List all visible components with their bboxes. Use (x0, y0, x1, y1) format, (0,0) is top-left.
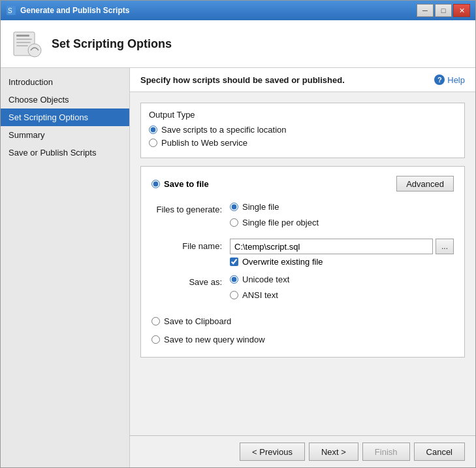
save-panel-header: Save to file Advanced (151, 176, 454, 192)
output-type-label: Output Type (149, 110, 456, 120)
title-bar-buttons: ─ □ ✕ (417, 4, 470, 17)
single-file-per-object-option: Single file per object (230, 218, 454, 227)
sidebar: Introduction Choose Objects Set Scriptin… (1, 68, 130, 467)
wizard-icon (11, 28, 42, 59)
cancel-button[interactable]: Cancel (414, 443, 465, 461)
svg-rect-5 (16, 42, 31, 43)
save-to-file-label[interactable]: Save to file (164, 179, 209, 189)
file-name-label: File name: (151, 239, 230, 251)
save-panel: Save to file Advanced Files to generate:… (140, 166, 465, 358)
file-input-row: ... (230, 239, 454, 254)
finish-button[interactable]: Finish (362, 443, 410, 461)
svg-rect-6 (16, 45, 28, 46)
next-button[interactable]: Next > (309, 443, 358, 461)
svg-text:S: S (8, 7, 12, 14)
advanced-button[interactable]: Advanced (396, 176, 454, 192)
output-type-option-2: Publish to Web service (149, 138, 456, 148)
main-panel: Specify how scripts should be saved or p… (130, 68, 475, 467)
output-type-label-1[interactable]: Save scripts to a specific location (161, 125, 286, 135)
single-file-option: Single file (230, 202, 454, 212)
save-to-query-window-label[interactable]: Save to new query window (164, 335, 265, 344)
file-name-input[interactable] (230, 239, 433, 254)
save-to-clipboard-option: Save to Clipboard (151, 316, 454, 326)
output-type-radio-2[interactable] (149, 139, 157, 147)
unicode-text-label[interactable]: Unicode text (242, 275, 289, 284)
save-to-file-radio-row: Save to file (151, 179, 209, 189)
output-type-section: Output Type Save scripts to a specific l… (140, 103, 465, 158)
svg-rect-4 (16, 39, 32, 40)
files-to-generate-controls: Single file Single file per object (230, 202, 454, 231)
overwrite-checkbox[interactable] (230, 258, 238, 266)
output-type-option-1: Save scripts to a specific location (149, 125, 456, 135)
save-to-query-window-radio[interactable] (151, 335, 160, 344)
save-to-query-window-option: Save to new query window (151, 335, 454, 344)
instruction-text: Specify how scripts should be saved or p… (140, 75, 345, 85)
sidebar-item-introduction[interactable]: Introduction (1, 73, 129, 91)
help-label: Help (447, 75, 465, 85)
main-header: Specify how scripts should be saved or p… (130, 68, 475, 92)
scroll-area: Output Type Save scripts to a specific l… (130, 92, 475, 435)
file-name-controls: ... Overwrite existing file (230, 239, 454, 267)
files-to-generate-label: Files to generate: (151, 202, 230, 214)
ansi-text-option: ANSI text (230, 290, 454, 300)
title-bar-text: Generate and Publish Scripts (20, 6, 413, 15)
page-title: Set Scripting Options (52, 37, 172, 51)
sidebar-item-summary[interactable]: Summary (1, 126, 129, 144)
single-file-per-object-label[interactable]: Single file per object (242, 218, 319, 227)
content-area: Introduction Choose Objects Set Scriptin… (1, 68, 475, 467)
sidebar-item-save-publish[interactable]: Save or Publish Scripts (1, 144, 129, 161)
files-to-generate-row: Files to generate: Single file Single fi… (151, 202, 454, 231)
ansi-text-label[interactable]: ANSI text (242, 290, 278, 300)
app-icon: S (6, 5, 16, 16)
minimize-button[interactable]: ─ (417, 4, 434, 17)
title-bar: S Generate and Publish Scripts ─ □ ✕ (1, 1, 475, 20)
help-link[interactable]: ? Help (434, 75, 465, 85)
svg-point-7 (28, 44, 41, 57)
output-type-label-2[interactable]: Publish to Web service (161, 138, 247, 148)
save-as-label: Save as: (151, 275, 230, 287)
single-file-per-object-radio[interactable] (230, 218, 238, 227)
previous-button[interactable]: < Previous (240, 443, 305, 461)
save-to-file-radio[interactable] (151, 180, 160, 188)
single-file-label[interactable]: Single file (242, 202, 279, 212)
maximize-button[interactable]: □ (435, 4, 452, 17)
save-as-row: Save as: Unicode text ANSI text (151, 275, 454, 303)
sidebar-item-set-scripting-options[interactable]: Set Scripting Options (1, 109, 129, 126)
unicode-text-radio[interactable] (230, 275, 238, 284)
footer: < Previous Next > Finish Cancel (130, 435, 475, 467)
page-header: Set Scripting Options (1, 20, 475, 68)
single-file-radio[interactable] (230, 203, 238, 211)
svg-rect-3 (16, 35, 29, 37)
output-type-radio-1[interactable] (149, 125, 157, 134)
unicode-text-option: Unicode text (230, 275, 454, 284)
save-as-controls: Unicode text ANSI text (230, 275, 454, 303)
close-button[interactable]: ✕ (453, 4, 470, 17)
browse-button[interactable]: ... (436, 239, 454, 254)
overwrite-label[interactable]: Overwrite existing file (242, 257, 323, 267)
main-window: S Generate and Publish Scripts ─ □ ✕ Set… (0, 0, 476, 468)
other-save-options: Save to Clipboard Save to new query wind… (151, 316, 454, 348)
overwrite-row: Overwrite existing file (230, 257, 454, 267)
help-icon: ? (434, 75, 445, 85)
save-to-clipboard-radio[interactable] (151, 317, 160, 326)
save-to-clipboard-label[interactable]: Save to Clipboard (164, 316, 231, 326)
ansi-text-radio[interactable] (230, 291, 238, 299)
sidebar-item-choose-objects[interactable]: Choose Objects (1, 91, 129, 109)
file-name-row: File name: ... Overwrite existing file (151, 239, 454, 267)
